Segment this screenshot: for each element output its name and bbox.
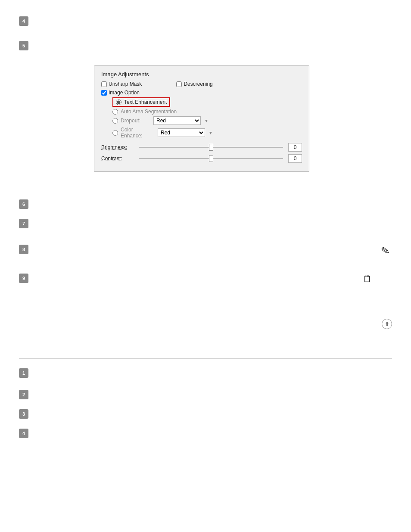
auto-area-row[interactable]: Auto Area Segmentation xyxy=(112,109,302,115)
dropout-row: Dropout: Red Green Blue ▼ xyxy=(112,116,302,125)
brightness-thumb[interactable] xyxy=(209,144,213,151)
footer-step-badge-2: 2 xyxy=(19,390,28,399)
image-adjustments-panel: Image Adjustments Unsharp Mask Descreeni… xyxy=(94,65,309,172)
footer-step-badge-1: 1 xyxy=(19,368,28,378)
step-badge-5: 5 xyxy=(19,41,28,50)
contrast-value[interactable]: 0 xyxy=(288,154,302,163)
step-badge-9: 9 xyxy=(19,274,28,283)
text-enhancement-highlighted[interactable]: Text Enhancement xyxy=(112,97,170,107)
color-enhance-radio[interactable] xyxy=(112,130,118,136)
brightness-label: Brightness: xyxy=(101,144,134,150)
contrast-row: Contrast: 0 xyxy=(101,154,302,163)
step-6-row: 6 xyxy=(19,199,28,209)
step-7-row: 7 xyxy=(19,219,28,228)
edit-icon[interactable]: ✎ xyxy=(380,244,391,257)
step-badge-4: 4 xyxy=(19,16,28,26)
color-enhance-select[interactable]: Red Green Blue xyxy=(158,128,205,137)
upload-icon-container[interactable]: ⇧ xyxy=(382,319,392,329)
text-enhancement-radio[interactable] xyxy=(116,100,121,105)
step-badge-6: 6 xyxy=(19,199,28,209)
brightness-track[interactable] xyxy=(139,147,283,148)
image-option-label[interactable]: Image Option xyxy=(101,90,302,96)
descreening-checkbox[interactable] xyxy=(176,81,182,87)
step-8-row: 8 ✎ xyxy=(19,245,389,254)
unsharp-mask-checkbox[interactable] xyxy=(101,81,107,87)
footer-step-badge-4b: 4 xyxy=(19,429,28,438)
descreening-row: Descreening xyxy=(176,81,212,87)
dropout-select[interactable]: Red Green Blue xyxy=(153,116,201,125)
footer-step-3-row: 3 xyxy=(19,409,28,419)
footer-step-1-row: 1 xyxy=(19,368,28,378)
pdf-icon[interactable]: 🗒 xyxy=(363,274,372,285)
divider xyxy=(19,358,392,359)
text-enhancement-row: Text Enhancement xyxy=(112,97,302,107)
dropout-radio[interactable] xyxy=(112,118,118,124)
step-5-row: 5 xyxy=(19,41,28,50)
auto-area-radio[interactable] xyxy=(112,109,118,115)
footer-step-badge-3: 3 xyxy=(19,409,28,419)
image-option-checkbox[interactable] xyxy=(101,90,107,96)
step-badge-8: 8 xyxy=(19,245,28,254)
upload-icon[interactable]: ⇧ xyxy=(382,319,392,329)
step-9-row: 9 🗒 xyxy=(19,274,389,283)
footer-step-4-row: 4 xyxy=(19,429,28,438)
step-badge-7: 7 xyxy=(19,219,28,228)
contrast-label: Contrast: xyxy=(101,156,134,162)
panel-container: Image Adjustments Unsharp Mask Descreeni… xyxy=(94,65,309,172)
step-4-row: 4 xyxy=(19,16,28,26)
unsharp-mask-label[interactable]: Unsharp Mask xyxy=(101,81,142,87)
footer-step-2-row: 2 xyxy=(19,390,28,399)
brightness-row: Brightness: 0 xyxy=(101,143,302,152)
contrast-thumb[interactable] xyxy=(209,155,213,162)
contrast-track[interactable] xyxy=(139,158,283,159)
color-enhance-row: Color Enhance: Red Green Blue ▼ xyxy=(112,127,302,139)
brightness-value[interactable]: 0 xyxy=(288,143,302,152)
panel-title: Image Adjustments xyxy=(101,71,302,78)
